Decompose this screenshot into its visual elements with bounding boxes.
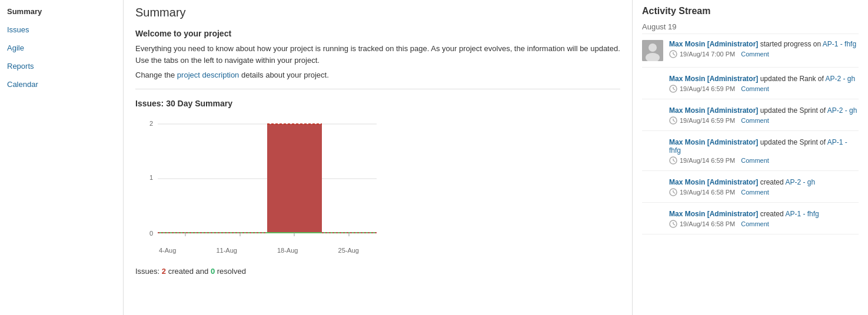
user-link[interactable]: Max Mosin [Administrator] (669, 138, 758, 146)
activity-text-line: Max Mosin [Administrator] updated the Sp… (669, 138, 859, 155)
comment-link[interactable]: Comment (741, 157, 769, 164)
activity-content: Max Mosin [Administrator] started progre… (669, 40, 859, 58)
activity-action: started progress on (758, 40, 822, 48)
chart-bar (267, 124, 322, 233)
activity-text-line: Max Mosin [Administrator] created AP-1 -… (669, 210, 859, 218)
activity-timestamp: 19/Aug/14 6:59 PM (680, 85, 735, 92)
issue-link[interactable]: AP-1 - fhfg (823, 40, 856, 48)
svg-text:0: 0 (149, 230, 153, 237)
user-link[interactable]: Max Mosin [Administrator] (669, 178, 758, 186)
avatar-icon (642, 40, 663, 61)
main-content: Summary Welcome to your project Everythi… (124, 0, 633, 315)
user-link[interactable]: Max Mosin [Administrator] (669, 40, 758, 48)
activity-item: Max Mosin [Administrator] started progre… (642, 40, 859, 68)
user-link[interactable]: Max Mosin [Administrator] (669, 106, 758, 115)
sidebar-item-issues[interactable]: Issues (0, 21, 123, 39)
issues-summary: Issues: 2 created and 0 resolved (135, 267, 620, 276)
svg-line-34 (673, 224, 675, 225)
activity-text-line: Max Mosin [Administrator] updated the Sp… (669, 106, 859, 115)
svg-line-25 (673, 120, 675, 122)
svg-point-15 (648, 43, 657, 52)
comment-link[interactable]: Comment (741, 51, 769, 58)
chart-title: Issues: 30 Day Summary (135, 99, 620, 108)
divider (135, 89, 620, 89)
svg-text:1: 1 (149, 174, 153, 181)
activity-stream: Activity Stream August 19 Max Mosin [Adm… (633, 0, 868, 315)
project-description-link[interactable]: project description (177, 71, 240, 79)
issue-link[interactable]: AP-1 - fhfg (785, 210, 819, 218)
activity-item: Max Mosin [Administrator] updated the Sp… (642, 138, 859, 171)
activity-date-header: August 19 (642, 22, 859, 34)
sidebar: SummaryIssuesAgileReportsCalendar (0, 0, 124, 315)
comment-link[interactable]: Comment (741, 85, 769, 92)
clock-icon (669, 220, 677, 228)
activity-timestamp: 19/Aug/14 7:00 PM (680, 51, 735, 58)
activity-meta: 19/Aug/14 6:58 PMComment (669, 220, 859, 228)
activity-timestamp: 19/Aug/14 6:59 PM (680, 157, 735, 164)
svg-line-22 (673, 89, 675, 90)
activity-action: created (758, 178, 785, 186)
activity-meta: 19/Aug/14 6:58 PMComment (669, 188, 859, 196)
activity-items-container: Max Mosin [Administrator] started progre… (642, 40, 859, 234)
issue-link[interactable]: AP-2 - gh (827, 106, 857, 115)
svg-line-28 (673, 160, 675, 162)
svg-line-31 (673, 192, 675, 193)
welcome-section: Welcome to your project Everything you n… (135, 29, 620, 79)
comment-link[interactable]: Comment (741, 220, 769, 227)
change-text: Change the project description details a… (135, 71, 620, 79)
x-label-2: 11-Aug (216, 247, 237, 254)
chart-section: Issues: 30 Day Summary 2 1 0 (135, 99, 620, 276)
activity-meta: 19/Aug/14 6:59 PMComment (669, 156, 859, 165)
avatar (642, 40, 663, 61)
issue-link[interactable]: AP-2 - gh (785, 178, 815, 186)
change-prefix: Change the (135, 71, 177, 79)
activity-meta: 19/Aug/14 6:59 PMComment (669, 116, 859, 125)
svg-line-19 (673, 54, 675, 55)
clock-icon (669, 50, 677, 58)
activity-timestamp: 19/Aug/14 6:59 PM (680, 117, 735, 124)
issues-prefix: Issues: (135, 267, 162, 276)
activity-action: updated the Sprint of (758, 138, 827, 146)
activity-action: created (758, 210, 785, 218)
comment-link[interactable]: Comment (741, 117, 769, 124)
clock-icon (669, 188, 677, 196)
page-title: Summary (135, 6, 620, 19)
sidebar-item-agile[interactable]: Agile (0, 39, 123, 57)
user-link[interactable]: Max Mosin [Administrator] (669, 75, 758, 83)
activity-content: Max Mosin [Administrator] created AP-2 -… (669, 178, 859, 196)
activity-timestamp: 19/Aug/14 6:58 PM (680, 220, 735, 227)
activity-title: Activity Stream (642, 6, 859, 16)
activity-meta: 19/Aug/14 6:59 PMComment (669, 85, 859, 93)
x-label-1: 4-Aug (159, 247, 176, 254)
svg-text:2: 2 (149, 120, 153, 127)
created-count: 2 (162, 267, 166, 276)
clock-icon (669, 156, 677, 165)
x-label-4: 25-Aug (338, 247, 359, 254)
chart-x-labels: 4-Aug 11-Aug 18-Aug 25-Aug (135, 244, 383, 254)
sidebar-item-calendar[interactable]: Calendar (0, 75, 123, 93)
x-label-3: 18-Aug (277, 247, 298, 254)
activity-meta: 19/Aug/14 7:00 PMComment (669, 50, 859, 58)
activity-action: updated the Rank of (758, 75, 825, 83)
sidebar-item-summary: Summary (0, 2, 123, 21)
activity-content: Max Mosin [Administrator] updated the Sp… (669, 138, 859, 165)
sidebar-item-reports[interactable]: Reports (0, 57, 123, 75)
clock-icon (669, 116, 677, 125)
comment-link[interactable]: Comment (741, 189, 769, 196)
activity-content: Max Mosin [Administrator] updated the Ra… (669, 75, 859, 93)
user-link[interactable]: Max Mosin [Administrator] (669, 210, 758, 218)
activity-item: Max Mosin [Administrator] updated the Sp… (642, 106, 859, 131)
activity-item: Max Mosin [Administrator] updated the Ra… (642, 75, 859, 99)
issues-suffix: resolved (215, 267, 246, 276)
activity-timestamp: 19/Aug/14 6:58 PM (680, 189, 735, 196)
chart-container: 2 1 0 (135, 115, 383, 262)
activity-item: Max Mosin [Administrator] created AP-2 -… (642, 178, 859, 203)
change-suffix: details about your project. (239, 71, 328, 79)
activity-content: Max Mosin [Administrator] updated the Sp… (669, 106, 859, 125)
activity-text-line: Max Mosin [Administrator] created AP-2 -… (669, 178, 859, 186)
welcome-text: Everything you need to know about how yo… (135, 43, 620, 66)
activity-content: Max Mosin [Administrator] created AP-1 -… (669, 210, 859, 228)
clock-icon (669, 85, 677, 93)
activity-text-line: Max Mosin [Administrator] updated the Ra… (669, 75, 859, 83)
issue-link[interactable]: AP-2 - gh (825, 75, 855, 83)
